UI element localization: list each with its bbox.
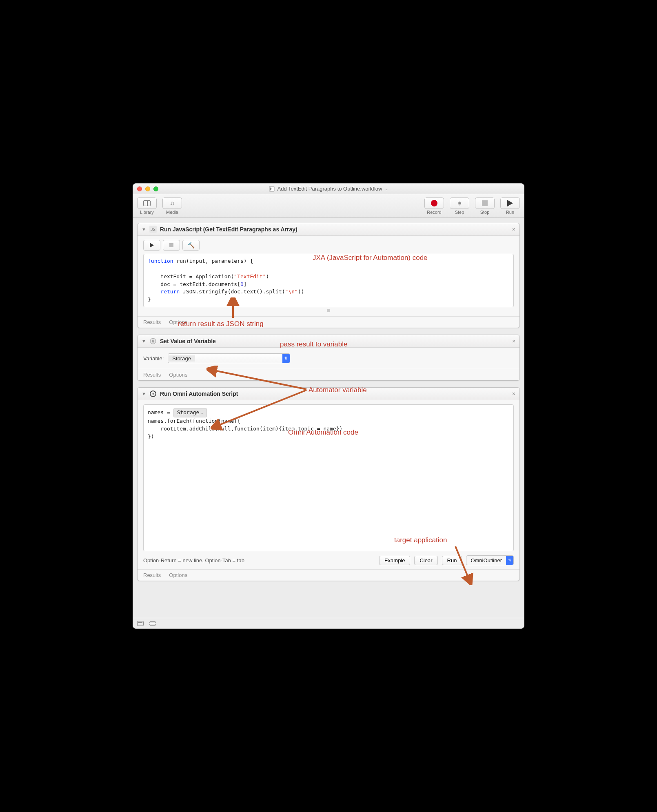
close-action-button[interactable]: × bbox=[512, 390, 515, 397]
hammer-icon: 🔨 bbox=[188, 242, 195, 248]
action-run-omni-script: ▼ Run Omni Automation Script × names = S… bbox=[137, 387, 520, 581]
action-footer: Results Options bbox=[138, 569, 519, 581]
action-title: Run JavaScript (Get TextEdit Paragraphs … bbox=[160, 226, 297, 233]
step-label: Step bbox=[455, 210, 464, 215]
target-app-dropdown[interactable]: OmniOutliner ⇅ bbox=[466, 555, 514, 565]
status-bar bbox=[133, 618, 524, 628]
svg-text:JS: JS bbox=[151, 227, 155, 232]
log-view-button[interactable] bbox=[137, 621, 144, 626]
disclosure-triangle-icon[interactable]: ▼ bbox=[142, 339, 146, 344]
variable-token[interactable]: Storage⌄ bbox=[173, 408, 207, 417]
play-icon bbox=[150, 243, 154, 248]
close-action-button[interactable]: × bbox=[512, 226, 515, 233]
action-title: Set Value of Variable bbox=[160, 338, 216, 344]
resize-handle[interactable] bbox=[327, 309, 330, 312]
script-run-button[interactable] bbox=[143, 240, 160, 251]
svg-text:v: v bbox=[152, 339, 154, 344]
action-set-variable: ▼ v Set Value of Variable × Variable: St… bbox=[137, 335, 520, 381]
variable-label: Variable: bbox=[143, 355, 164, 362]
library-label: Library bbox=[140, 210, 154, 215]
options-tab[interactable]: Options bbox=[169, 372, 187, 378]
run-icon bbox=[507, 200, 513, 206]
media-icon: ♫ bbox=[170, 200, 174, 206]
dropdown-arrow-icon: ⇅ bbox=[282, 354, 290, 363]
results-tab[interactable]: Results bbox=[143, 319, 161, 325]
library-button[interactable] bbox=[137, 197, 157, 209]
variable-icon: v bbox=[149, 337, 157, 345]
run-label: Run bbox=[506, 210, 514, 215]
chevron-down-icon: ⌄ bbox=[201, 410, 203, 415]
disclosure-triangle-icon[interactable]: ▼ bbox=[142, 391, 146, 396]
javascript-code-editor[interactable]: function run(input, parameters) { textEd… bbox=[143, 254, 514, 307]
toolbar: Library ♫ Media Record ➧ Step Stop Run bbox=[133, 194, 524, 218]
action-header[interactable]: ▼ Run Omni Automation Script × bbox=[138, 388, 519, 400]
stop-icon bbox=[169, 243, 173, 247]
action-footer: Results Options bbox=[138, 316, 519, 328]
workflow-canvas: ▼ JS Run JavaScript (Get TextEdit Paragr… bbox=[133, 218, 524, 618]
results-tab[interactable]: Results bbox=[143, 572, 161, 578]
variable-value: Storage bbox=[168, 355, 195, 362]
stop-button[interactable] bbox=[475, 197, 495, 209]
script-toolbar: 🔨 bbox=[143, 240, 514, 251]
action-header[interactable]: ▼ v Set Value of Variable × bbox=[138, 335, 519, 348]
record-button[interactable] bbox=[424, 197, 444, 209]
close-action-button[interactable]: × bbox=[512, 338, 515, 344]
omni-icon bbox=[149, 390, 157, 397]
media-button[interactable]: ♫ bbox=[162, 197, 182, 209]
dropdown-arrow-icon: ⇅ bbox=[506, 556, 513, 565]
javascript-icon: JS bbox=[149, 226, 157, 233]
step-button[interactable]: ➧ bbox=[450, 197, 469, 209]
window-title-text: Add TextEdit Paragraphs to Outline.workf… bbox=[277, 186, 382, 192]
library-icon bbox=[143, 200, 151, 206]
options-tab[interactable]: Options bbox=[169, 572, 187, 578]
clear-button[interactable]: Clear bbox=[414, 556, 437, 565]
example-button[interactable]: Example bbox=[379, 556, 411, 565]
action-title: Run Omni Automation Script bbox=[160, 390, 238, 397]
workflow-doc-icon bbox=[269, 186, 275, 192]
options-tab[interactable]: Options bbox=[169, 319, 187, 325]
stop-label: Stop bbox=[480, 210, 490, 215]
omni-code-editor[interactable]: names = Storage⌄ names.forEach(function(… bbox=[143, 404, 514, 551]
automator-window: Add TextEdit Paragraphs to Outline.workf… bbox=[133, 183, 524, 629]
action-header[interactable]: ▼ JS Run JavaScript (Get TextEdit Paragr… bbox=[138, 223, 519, 236]
record-label: Record bbox=[427, 210, 441, 215]
variables-view-button[interactable] bbox=[149, 621, 156, 626]
step-icon: ➧ bbox=[457, 199, 463, 208]
window-title: Add TextEdit Paragraphs to Outline.workf… bbox=[133, 186, 524, 192]
run-script-button[interactable]: Run bbox=[442, 556, 462, 565]
results-tab[interactable]: Results bbox=[143, 372, 161, 378]
titlebar: Add TextEdit Paragraphs to Outline.workf… bbox=[133, 184, 524, 194]
editor-hint: Option-Return = new line, Option-Tab = t… bbox=[143, 557, 244, 564]
record-icon bbox=[431, 200, 437, 206]
variable-dropdown[interactable]: Storage ⇅ bbox=[168, 353, 290, 363]
media-label: Media bbox=[166, 210, 178, 215]
script-stop-button[interactable] bbox=[163, 240, 180, 251]
action-run-javascript: ▼ JS Run JavaScript (Get TextEdit Paragr… bbox=[137, 223, 520, 328]
target-app-value: OmniOutliner bbox=[466, 557, 506, 564]
stop-icon bbox=[482, 200, 488, 206]
run-button[interactable] bbox=[500, 197, 520, 209]
action-footer: Results Options bbox=[138, 369, 519, 380]
title-chevron-icon[interactable]: ⌄ bbox=[385, 186, 388, 191]
disclosure-triangle-icon[interactable]: ▼ bbox=[142, 227, 146, 232]
script-compile-button[interactable]: 🔨 bbox=[182, 240, 200, 251]
